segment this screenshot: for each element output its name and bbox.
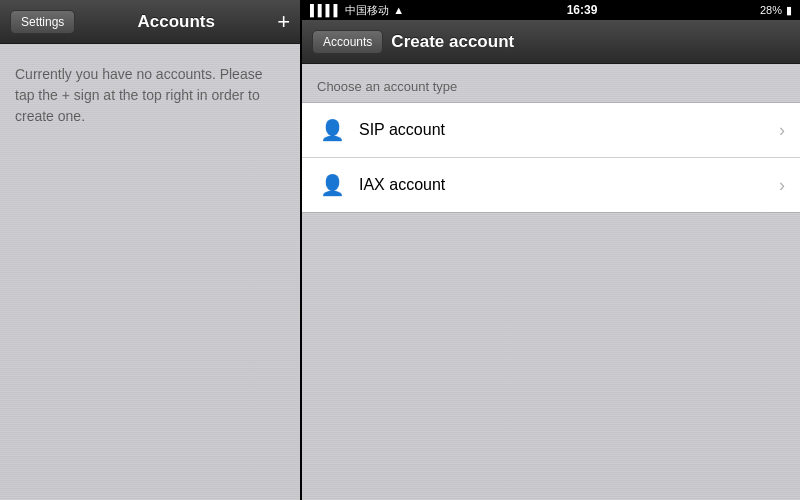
account-type-list: 👤 SIP account › 👤 IAX account › [302,102,800,213]
sip-account-item[interactable]: 👤 SIP account › [302,103,800,158]
battery-label: 28% [760,4,782,16]
left-nav-title: Accounts [138,12,215,32]
no-accounts-message: Currently you have no accounts. Please t… [15,64,285,127]
status-bar: ▌▌▌▌ 中国移动 ▲ 16:39 28% ▮ [302,0,800,20]
battery-icon: ▮ [786,4,792,17]
add-account-button[interactable]: + [277,11,290,33]
wifi-icon: ▲ [393,4,404,16]
status-time: 16:39 [567,3,598,17]
create-account-title: Create account [391,32,514,52]
left-content: Currently you have no accounts. Please t… [0,44,300,147]
sip-chevron-icon: › [779,120,785,141]
left-panel: Settings Accounts + Currently you have n… [0,0,300,500]
sip-account-label: SIP account [359,121,779,139]
iax-account-item[interactable]: 👤 IAX account › [302,158,800,212]
settings-back-button[interactable]: Settings [10,10,75,34]
left-nav-bar: Settings Accounts + [0,0,300,44]
section-header: Choose an account type [302,64,800,102]
iax-chevron-icon: › [779,175,785,196]
carrier-label: 中国移动 [345,3,389,18]
accounts-back-button[interactable]: Accounts [312,30,383,54]
right-nav-bar: Accounts Create account [302,20,800,64]
sip-account-icon: 👤 [317,115,347,145]
right-panel: ▌▌▌▌ 中国移动 ▲ 16:39 28% ▮ Accounts Create … [302,0,800,500]
right-panel-content: Choose an account type 👤 SIP account › 👤… [302,64,800,500]
status-left: ▌▌▌▌ 中国移动 ▲ [310,3,404,18]
signal-icon: ▌▌▌▌ [310,4,341,16]
status-right: 28% ▮ [760,4,792,17]
iax-account-label: IAX account [359,176,779,194]
iax-account-icon: 👤 [317,170,347,200]
